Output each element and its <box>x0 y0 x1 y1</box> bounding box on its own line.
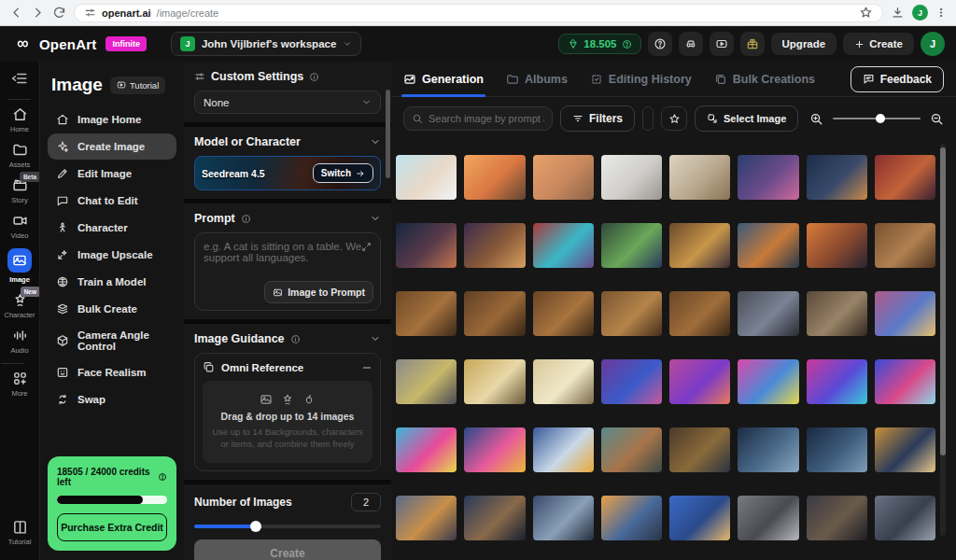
slider-thumb[interactable] <box>876 114 885 123</box>
thumbnail-couple-night-carnival[interactable] <box>738 155 798 200</box>
thumbnail-couple-beach-ferris-daylight[interactable] <box>396 155 457 200</box>
thumbnail-man-pub-bar-4[interactable] <box>601 291 662 336</box>
create-image-button[interactable]: Create <box>194 539 381 560</box>
tab-editing-history[interactable]: Editing History <box>590 62 692 97</box>
expand-icon[interactable] <box>361 242 372 252</box>
thumbnail-moonlit-beach-couple-2[interactable] <box>807 427 867 472</box>
thumbnail-couple-pier-dusk-dance[interactable] <box>807 223 867 268</box>
tab-generation[interactable]: Generation <box>403 62 484 97</box>
image-dropzone[interactable]: Drag & drop up to 14 images Use up to 14… <box>203 381 373 463</box>
collapse-card-icon[interactable] <box>361 362 373 373</box>
thumbnail-couple-carnival-games[interactable] <box>533 223 594 268</box>
thumbnail-woman-white-gallery[interactable] <box>601 155 662 200</box>
thumbnail-couple-ferris-green[interactable] <box>601 223 662 268</box>
rail-item-more[interactable]: More <box>1 371 38 398</box>
switch-model-button[interactable]: Switch <box>313 163 373 183</box>
menu-item-face-realism[interactable]: Face Realism <box>48 359 176 385</box>
youtube-button[interactable] <box>710 32 734 56</box>
thumbnail-group-dance-warm[interactable] <box>396 496 457 540</box>
address-bar[interactable]: openart.ai/image/create <box>74 4 883 22</box>
bookmark-star-icon[interactable] <box>859 6 873 20</box>
thumbnail-couple-beach-sunset-waves[interactable] <box>533 155 594 200</box>
site-info-icon[interactable] <box>84 7 96 19</box>
thumbnail-rooftop-skyline-tango-1[interactable] <box>464 496 525 540</box>
thumbnail-purple-ballroom-tango[interactable] <box>601 359 662 404</box>
create-button[interactable]: Create <box>843 33 914 55</box>
number-of-images-slider[interactable] <box>194 520 381 531</box>
thumbnail-couple-warehouse-tango[interactable] <box>807 291 867 336</box>
thumbnail-size-slider[interactable] <box>833 113 921 124</box>
filters-button[interactable]: Filters <box>560 105 635 132</box>
thumbnail-jumping-couple-dusk[interactable] <box>669 496 730 540</box>
select-image-button[interactable]: Select Image <box>695 105 798 132</box>
tab-albums[interactable]: Albums <box>506 62 568 97</box>
thumbnail-neon-street-dancers-1[interactable] <box>738 359 798 404</box>
thumbnail-graffiti-alley-couple[interactable] <box>601 427 662 472</box>
upgrade-button[interactable]: Upgrade <box>771 33 837 55</box>
custom-settings-dropdown[interactable]: None <box>194 91 381 114</box>
thumbnail-sunlit-hall-dance[interactable] <box>464 359 525 404</box>
thumbnail-graffiti-alley-dancers[interactable] <box>669 427 730 472</box>
browser-back-icon[interactable] <box>9 6 23 20</box>
menu-item-character[interactable]: Character <box>48 215 176 241</box>
thumbnail-couple-industrial-tango[interactable] <box>738 291 798 336</box>
favorites-button[interactable] <box>661 106 687 131</box>
thumbnail-woman-warm-corridor[interactable] <box>669 155 730 200</box>
browser-reload-icon[interactable] <box>52 6 66 20</box>
thumbnail-bright-hall-dance[interactable] <box>533 359 594 404</box>
thumbnail-moonlit-beach-couple-1[interactable] <box>738 427 798 472</box>
thumbnail-couple-arcade-amber[interactable] <box>669 223 730 268</box>
thumbnail-couple-pier-sunset[interactable] <box>738 223 798 268</box>
thumbnail-rooftop-skyline-tango-2[interactable] <box>533 496 594 540</box>
image-to-prompt-button[interactable]: Image to Prompt <box>264 281 373 303</box>
chevron-down-icon[interactable] <box>370 136 381 147</box>
thumbnail-couple-beach-sunset[interactable] <box>464 155 525 200</box>
thumbnail-alley-jump-dance[interactable] <box>807 496 867 540</box>
thumbnail-street-jump-dance[interactable] <box>738 496 798 540</box>
settings-scrollbar[interactable] <box>386 90 390 178</box>
rail-item-assets[interactable]: Assets <box>1 142 38 169</box>
zoom-out-icon[interactable] <box>930 112 944 126</box>
thumbnail-couple-carnival-closeup[interactable] <box>875 155 935 200</box>
thumbnail-man-pub-bar-5[interactable] <box>669 291 730 336</box>
purchase-credit-button[interactable]: Purchase Extra Credit <box>57 513 167 541</box>
workspace-selector[interactable]: J John Vijlbrief's workspace <box>171 32 361 56</box>
downloads-icon[interactable] <box>891 6 905 20</box>
menu-item-bulk-create[interactable]: Bulk Create <box>48 296 176 322</box>
more-filters-button[interactable] <box>642 106 654 131</box>
rail-item-story[interactable]: StoryBeta <box>1 177 38 204</box>
thumbnail-subway-platform-couple[interactable] <box>875 496 935 540</box>
chevron-down-icon[interactable] <box>370 333 381 344</box>
thumbnail-times-square-taxis-1[interactable] <box>464 427 525 472</box>
menu-item-camera-angle-control[interactable]: Camera Angle Control <box>48 323 176 358</box>
rail-item-home[interactable]: Home <box>1 106 38 133</box>
search-input[interactable] <box>429 113 544 124</box>
menu-item-edit-image[interactable]: Edit Image <box>48 161 176 187</box>
menu-item-image-upscale[interactable]: Image Upscale <box>48 242 176 268</box>
zoom-in-icon[interactable] <box>809 112 823 126</box>
menu-item-train-a-model[interactable]: Train a Model <box>48 269 176 295</box>
thumbnail-times-square-taxis-2[interactable] <box>533 427 594 472</box>
thumbnail-string-lights-pier-couple[interactable] <box>875 427 935 472</box>
rail-item-video[interactable]: Video <box>1 213 38 240</box>
thumbnail-man-pub-bar-1[interactable] <box>396 291 457 336</box>
rail-item-image[interactable]: Image <box>1 248 38 284</box>
browser-forward-icon[interactable] <box>31 6 45 20</box>
discord-button[interactable] <box>679 32 703 56</box>
chevron-down-icon[interactable] <box>370 213 381 224</box>
menu-item-swap[interactable]: Swap <box>48 386 176 413</box>
thumbnail-woman-portrait-night-pier[interactable] <box>396 223 457 268</box>
gift-button[interactable] <box>740 32 765 56</box>
menu-item-create-image[interactable]: Create Image <box>48 133 176 160</box>
slider-thumb[interactable] <box>250 521 261 532</box>
thumbnail-times-square-neon-dancers[interactable] <box>875 359 935 404</box>
help-button[interactable] <box>648 32 672 56</box>
collapse-sidebar-icon[interactable] <box>11 70 28 87</box>
thumbnail-night-pier-ferris-aerial[interactable] <box>807 155 867 200</box>
thumbnail-couple-boardwalk-night[interactable] <box>464 223 525 268</box>
number-of-images-value[interactable]: 2 <box>351 493 381 511</box>
menu-item-chat-to-edit[interactable]: Chat to Edit <box>48 188 176 214</box>
rail-item-tutorial[interactable]: Tutorial <box>1 519 38 546</box>
credits-pill[interactable]: 18.505 <box>558 34 640 54</box>
thumbnail-times-square-rain-couple[interactable] <box>396 427 457 472</box>
